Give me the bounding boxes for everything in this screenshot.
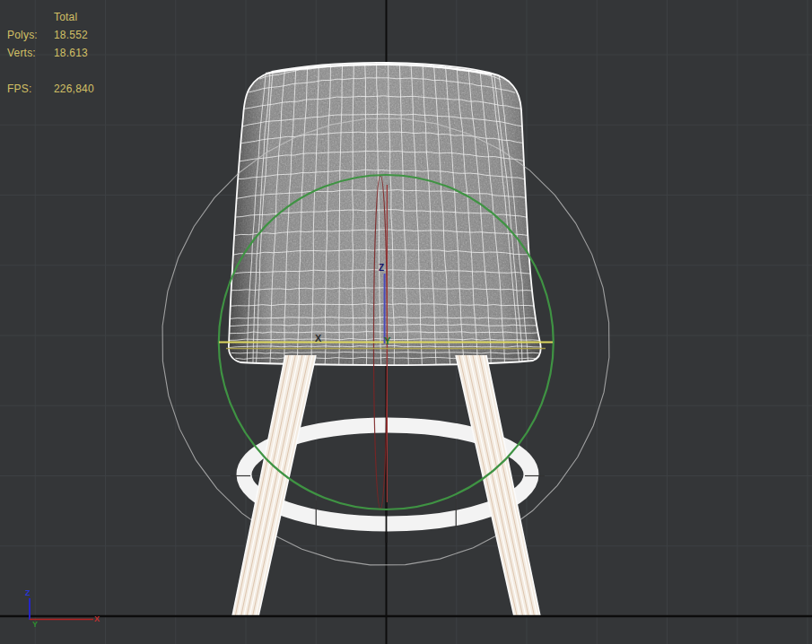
gizmo-z-label: Z	[379, 263, 384, 273]
stats-fps-label: FPS:	[7, 80, 31, 98]
stats-verts-label: Verts:	[7, 44, 36, 62]
viewport-canvas[interactable]: XYZ Z X Y	[0, 0, 812, 644]
viewport-3d[interactable]: XYZ Z X Y Total Polys: 18.552 Verts: 18.…	[0, 0, 812, 644]
stats-polys-label: Polys:	[7, 26, 38, 44]
gizmo-x-label: X	[315, 333, 322, 344]
stats-total-header: Total	[54, 8, 77, 26]
gizmo-y-label: Y	[384, 335, 391, 346]
nav-x-label: X	[94, 614, 100, 623]
stats-fps-value: 226,840	[54, 80, 94, 98]
stats-polys-value: 18.552	[54, 26, 88, 44]
nav-y-label: Y	[32, 620, 38, 629]
stats-verts-value: 18.613	[54, 44, 88, 62]
nav-z-label: Z	[25, 588, 31, 597]
